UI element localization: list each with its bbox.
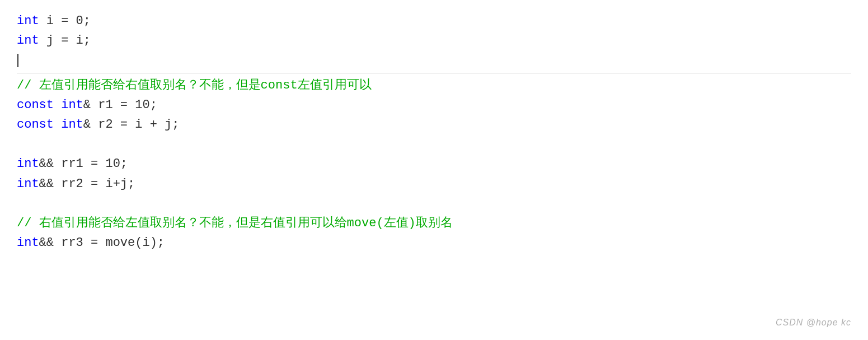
code-line-7 <box>17 134 851 154</box>
comment-1: // 左值引用能否给右值取别名？不能，但是const左值引用可以 <box>17 78 372 92</box>
code-line-12: int&& rr3 = move(i); <box>17 233 851 253</box>
keyword-int-6: int <box>17 177 39 191</box>
code-space-1 <box>54 98 61 112</box>
keyword-const-2: const <box>17 118 54 132</box>
keyword-int-1: int <box>17 14 39 28</box>
code-block: int i = 0; int j = i; // 左值引用能否给右值取别名？不能… <box>17 11 851 253</box>
code-line-9: int&& rr2 = i+j; <box>17 174 851 194</box>
code-line-6: const int& r2 = i + j; <box>17 115 851 134</box>
code-line-8: int&& rr1 = 10; <box>17 154 851 174</box>
code-line-4: // 左值引用能否给右值取别名？不能，但是const左值引用可以 <box>17 76 851 95</box>
code-op-6: && rr2 = i+j; <box>39 177 135 191</box>
code-op-7: && rr3 = move(i); <box>39 236 165 250</box>
code-line-3 <box>17 50 851 70</box>
code-op-1: i = 0; <box>39 14 91 28</box>
code-space-2 <box>54 118 61 132</box>
code-line-1: int i = 0; <box>17 11 851 31</box>
keyword-int-5: int <box>17 157 39 171</box>
keyword-int-3: int <box>61 98 83 112</box>
watermark: CSDN @hope kc <box>776 315 851 330</box>
code-op-3: & r1 = 10; <box>83 98 157 112</box>
code-line-10 <box>17 194 851 213</box>
text-cursor <box>17 54 18 67</box>
comment-2: // 右值引用能否给左值取别名？不能，但是右值引用可以给move(左值)取别名 <box>17 216 453 230</box>
code-line-11: // 右值引用能否给左值取别名？不能，但是右值引用可以给move(左值)取别名 <box>17 213 851 233</box>
code-line-2: int j = i; <box>17 31 851 50</box>
keyword-int-4: int <box>61 118 83 132</box>
keyword-int-2: int <box>17 34 39 48</box>
code-op-2: j = i; <box>39 34 91 48</box>
code-container: int i = 0; int j = i; // 左值引用能否给右值取别名？不能… <box>0 0 868 340</box>
section-divider <box>17 73 851 73</box>
code-op-5: && rr1 = 10; <box>39 157 128 171</box>
code-op-4: & r2 = i + j; <box>83 118 180 132</box>
keyword-int-7: int <box>17 236 39 250</box>
code-line-5: const int& r1 = 10; <box>17 95 851 115</box>
keyword-const-1: const <box>17 98 54 112</box>
